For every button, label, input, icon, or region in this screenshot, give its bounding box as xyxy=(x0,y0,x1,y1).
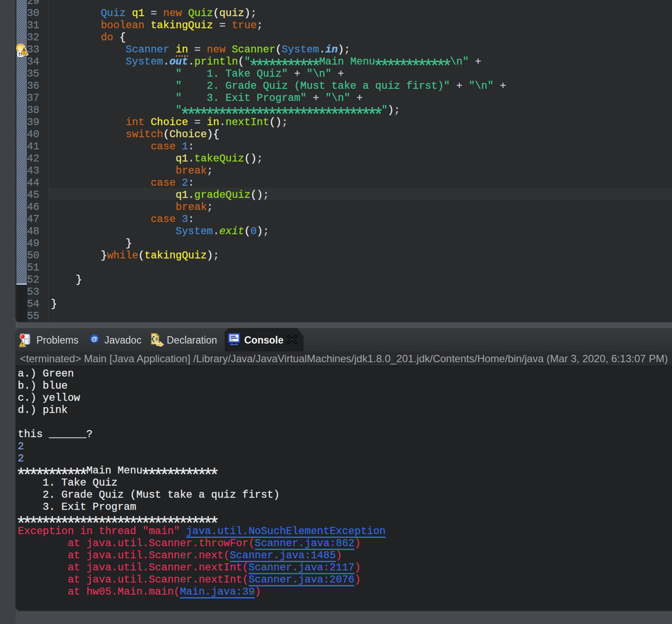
svg-text:@: @ xyxy=(91,335,98,342)
